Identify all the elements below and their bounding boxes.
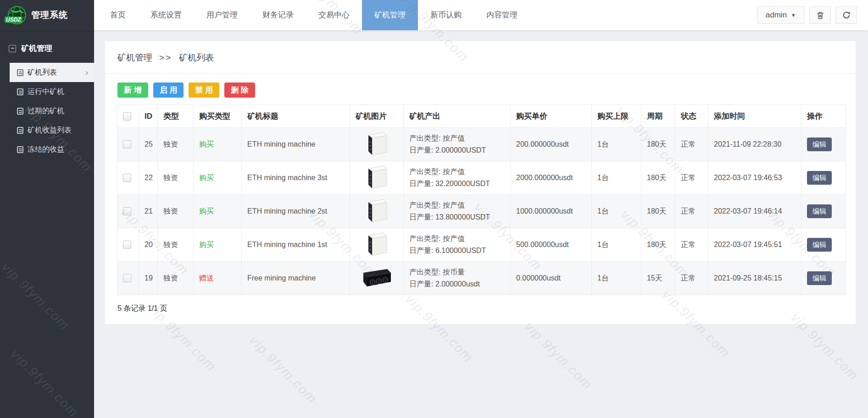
logo-usdz-text: USDZ bbox=[5, 16, 22, 23]
edit-button[interactable]: 编辑 bbox=[807, 138, 832, 151]
cell-output: 产出类型: 按产值日产量: 2.000000USDT bbox=[404, 128, 511, 161]
table-header-row: ID类型购买类型矿机标题矿机图片矿机产出购买单价购买上限周期状态添加时间操作 bbox=[117, 105, 846, 128]
cell-price: 0.000000usdt bbox=[511, 262, 592, 295]
breadcrumb-current: 矿机列表 bbox=[179, 52, 214, 64]
output-type-line: 产出类型: 按产值 bbox=[409, 199, 510, 211]
top-nav: 首页系统设置用户管理财务记录交易中心矿机管理新币认购内容管理 bbox=[98, 0, 530, 30]
miner-image-white bbox=[362, 196, 391, 225]
admin-dropdown-button[interactable]: admin ▼ bbox=[757, 6, 805, 24]
cell-actions: 编辑 bbox=[801, 228, 846, 262]
cell-buy-type: 购买 bbox=[194, 228, 242, 262]
cell-buy-type: 购买 bbox=[194, 128, 242, 161]
edit-button[interactable]: 编辑 bbox=[807, 238, 832, 252]
disable-button[interactable]: 禁 用 bbox=[189, 82, 219, 98]
cell-id: 25 bbox=[139, 128, 158, 161]
record-summary: 5 条记录 1/1 页 bbox=[105, 295, 856, 324]
top-nav-item-0[interactable]: 首页 bbox=[98, 0, 138, 30]
list-icon bbox=[17, 88, 23, 95]
list-icon bbox=[17, 108, 23, 115]
sidebar-item-1[interactable]: 运行中矿机 bbox=[0, 82, 94, 101]
row-checkbox[interactable] bbox=[123, 174, 131, 182]
refresh-button[interactable] bbox=[835, 6, 857, 24]
cell-price: 500.000000usdt bbox=[511, 228, 592, 262]
edit-button[interactable]: 编辑 bbox=[807, 271, 832, 285]
top-nav-item-7[interactable]: 内容管理 bbox=[474, 0, 530, 30]
cell-image bbox=[350, 262, 404, 295]
buy-type-label: 购买 bbox=[199, 241, 214, 248]
sidebar-item-3[interactable]: 矿机收益列表 bbox=[0, 121, 94, 140]
cell-type: 独资 bbox=[158, 161, 194, 195]
app-logo: USDZ 管理系统 bbox=[0, 0, 94, 30]
output-type-line: 产出类型: 按产值 bbox=[409, 166, 510, 178]
row-checkbox[interactable] bbox=[123, 140, 131, 148]
sidebar-item-4[interactable]: 冻结的收益 bbox=[0, 140, 94, 159]
cell-limit: 1台 bbox=[592, 228, 641, 262]
cell-period: 180天 bbox=[641, 195, 675, 228]
top-nav-item-5[interactable]: 矿机管理 bbox=[362, 0, 418, 30]
miner-image-white bbox=[362, 129, 391, 158]
output-daily-line: 日产量: 32.200000USDT bbox=[409, 178, 510, 190]
edit-button[interactable]: 编辑 bbox=[807, 204, 832, 218]
column-header-6: 购买单价 bbox=[511, 105, 592, 128]
select-all-checkbox[interactable] bbox=[123, 112, 131, 121]
content-panel: 矿机管理 >> 矿机列表 新 增启 用禁 用删 除 ID类型购买类型矿机标题矿机… bbox=[105, 41, 856, 324]
list-icon bbox=[17, 146, 23, 153]
column-header-11: 操作 bbox=[801, 105, 846, 128]
sidebar-section-header[interactable]: − 矿机管理 bbox=[0, 30, 94, 63]
cell-status: 正常 bbox=[675, 262, 708, 295]
miner-image-white bbox=[362, 230, 391, 258]
cell-actions: 编辑 bbox=[801, 161, 846, 195]
sidebar-item-label: 矿机收益列表 bbox=[28, 126, 72, 135]
row-checkbox[interactable] bbox=[123, 274, 131, 282]
cell-period: 180天 bbox=[641, 128, 675, 161]
checkbox-cell bbox=[117, 128, 139, 161]
miner-image-black bbox=[360, 264, 394, 290]
row-checkbox[interactable] bbox=[123, 241, 131, 249]
top-header: USDZ 管理系统 首页系统设置用户管理财务记录交易中心矿机管理新币认购内容管理… bbox=[0, 0, 868, 30]
cell-output: 产出类型: 按产值日产量: 13.800000USDT bbox=[404, 195, 511, 228]
cell-type: 独资 bbox=[158, 262, 194, 295]
cell-limit: 1台 bbox=[592, 195, 641, 228]
output-type-line: 产出类型: 按产值 bbox=[409, 132, 510, 144]
checkbox-cell bbox=[117, 161, 139, 195]
cell-title: ETH mining machine 3st bbox=[242, 161, 350, 195]
top-nav-item-3[interactable]: 财务记录 bbox=[250, 0, 306, 30]
top-nav-item-2[interactable]: 用户管理 bbox=[194, 0, 250, 30]
cell-title: ETH mining machine 1st bbox=[242, 228, 350, 262]
sidebar-item-0[interactable]: 矿机列表› bbox=[10, 63, 94, 82]
cell-limit: 1台 bbox=[592, 128, 641, 161]
clear-cache-button[interactable] bbox=[809, 6, 831, 24]
enable-button[interactable]: 启 用 bbox=[153, 82, 184, 98]
edit-button[interactable]: 编辑 bbox=[807, 171, 832, 185]
table-row: 19独资赠送Free mining machine产出类型: 按币量日产量: 2… bbox=[117, 262, 846, 295]
top-nav-item-1[interactable]: 系统设置 bbox=[138, 0, 194, 30]
column-header-9: 状态 bbox=[675, 105, 708, 128]
cell-buy-type: 赠送 bbox=[194, 262, 242, 295]
refresh-icon bbox=[842, 11, 851, 19]
table-row: 25独资购买ETH mining machine产出类型: 按产值日产量: 2.… bbox=[117, 128, 846, 161]
add-button[interactable]: 新 增 bbox=[117, 82, 148, 98]
cell-id: 22 bbox=[139, 161, 158, 195]
cell-period: 15天 bbox=[641, 262, 675, 295]
cell-image bbox=[350, 161, 404, 195]
top-nav-item-4[interactable]: 交易中心 bbox=[306, 0, 362, 30]
cell-price: 200.000000usdt bbox=[511, 128, 592, 161]
list-icon bbox=[17, 69, 23, 76]
table-row: 22独资购买ETH mining machine 3st产出类型: 按产值日产量… bbox=[117, 161, 846, 195]
column-header-1: 类型 bbox=[158, 105, 194, 128]
output-daily-line: 日产量: 13.800000USDT bbox=[409, 211, 510, 223]
delete-button[interactable]: 删 除 bbox=[224, 82, 255, 98]
row-checkbox[interactable] bbox=[123, 207, 131, 215]
cell-type: 独资 bbox=[158, 128, 194, 161]
app-title: 管理系统 bbox=[31, 9, 68, 21]
breadcrumb-parent: 矿机管理 bbox=[117, 52, 152, 64]
column-header-4: 矿机图片 bbox=[350, 105, 404, 128]
cell-image bbox=[350, 228, 404, 262]
cell-actions: 编辑 bbox=[801, 262, 846, 295]
table-row: 20独资购买ETH mining machine 1st产出类型: 按产值日产量… bbox=[117, 228, 846, 262]
column-header-7: 购买上限 bbox=[592, 105, 641, 128]
sidebar-item-label: 矿机列表 bbox=[28, 68, 57, 77]
top-nav-item-6[interactable]: 新币认购 bbox=[418, 0, 474, 30]
chevron-right-icon: › bbox=[85, 68, 88, 77]
sidebar-item-2[interactable]: 过期的矿机 bbox=[0, 101, 94, 121]
